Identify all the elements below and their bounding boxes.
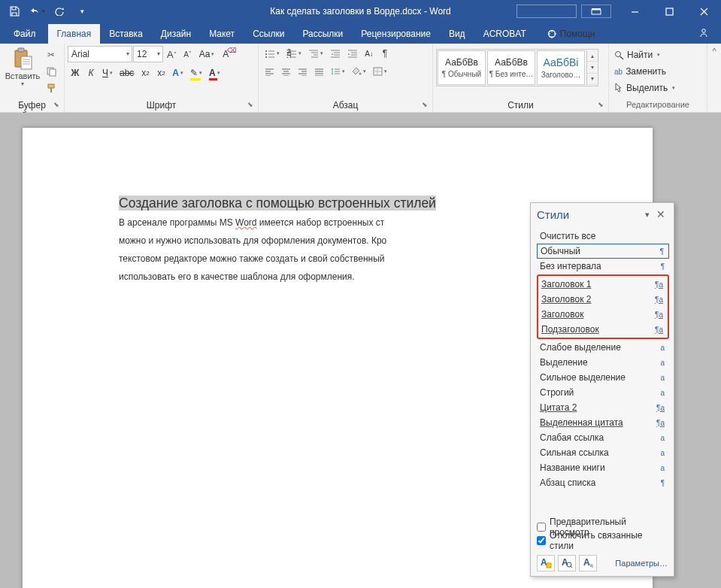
style-clear-all[interactable]: Очистить все	[537, 229, 669, 244]
style-intense-emphasis[interactable]: Сильное выделениеa	[537, 370, 669, 385]
dialog-launcher-icon[interactable]: ⬊	[53, 101, 59, 108]
find-button[interactable]: Найти▾	[612, 47, 677, 62]
grow-font-icon[interactable]: A˄	[164, 47, 180, 62]
tell-me[interactable]: Помощн	[538, 24, 604, 44]
style-tile-nospacing[interactable]: АаБбВв¶ Без инте…	[487, 50, 535, 85]
pane-options-icon[interactable]: ▾	[641, 210, 654, 220]
scroll-up-icon[interactable]: ▴	[587, 50, 597, 62]
select-button[interactable]: Выделить▾	[612, 80, 677, 95]
subscript-button[interactable]: x2	[138, 65, 153, 80]
tab-design[interactable]: Дизайн	[152, 24, 200, 44]
style-emphasis[interactable]: Выделениеa	[537, 355, 669, 370]
paste-button[interactable]: Вставить ▾	[3, 46, 42, 87]
superscript-button[interactable]: x2	[153, 65, 168, 80]
redo-icon[interactable]	[50, 2, 69, 21]
style-strong[interactable]: Строгийa	[537, 385, 669, 400]
cut-icon[interactable]: ✂	[44, 47, 59, 62]
highlight-button[interactable]: ✎▾	[187, 65, 205, 80]
tab-home[interactable]: Главная	[48, 24, 101, 44]
new-style-icon[interactable]: A	[537, 555, 555, 571]
tab-acrobat[interactable]: ACROBAT	[474, 24, 535, 44]
style-tile-normal[interactable]: АаБбВв¶ Обычный	[438, 50, 486, 85]
borders-button[interactable]: ▾	[370, 64, 390, 79]
copy-icon[interactable]	[44, 64, 59, 79]
font-name-combo[interactable]: Arial▾	[68, 46, 132, 62]
share-button[interactable]	[688, 24, 719, 44]
justify-icon[interactable]	[311, 64, 327, 79]
styles-gallery[interactable]: АаБбВв¶ Обычный АаБбВв¶ Без инте… АаБбВі…	[436, 49, 598, 86]
collapse-ribbon-icon[interactable]: ^	[707, 44, 721, 112]
tab-mailings[interactable]: Рассылки	[293, 24, 352, 44]
account-area[interactable]	[517, 5, 577, 18]
window-controls	[517, 0, 721, 23]
style-quote[interactable]: Цитата 2¶a	[537, 400, 669, 415]
selected-heading-text[interactable]: Создание заголовка с помощью встроенных …	[119, 195, 436, 211]
tab-insert[interactable]: Вставка	[100, 24, 152, 44]
text-effects-button[interactable]: A▾	[169, 65, 186, 80]
style-title[interactable]: Заголовок¶a	[538, 307, 668, 322]
styles-gallery-scroll[interactable]: ▴▾▾	[586, 50, 597, 85]
save-icon[interactable]	[5, 2, 24, 21]
manage-styles-icon[interactable]: A	[579, 555, 597, 571]
style-list-paragraph[interactable]: Абзац списка¶	[537, 475, 669, 490]
align-center-icon[interactable]	[278, 64, 294, 79]
format-painter-icon[interactable]	[44, 80, 59, 95]
font-color-button[interactable]: A▾	[206, 65, 223, 80]
line-spacing-button[interactable]: ▾	[328, 64, 348, 79]
shading-button[interactable]: ▾	[349, 64, 369, 79]
change-case-button[interactable]: Aa▾	[196, 47, 218, 62]
multilevel-list-button[interactable]: ▾	[305, 46, 326, 61]
expand-gallery-icon[interactable]: ▾	[587, 74, 597, 85]
tab-file[interactable]: Файл	[2, 24, 48, 44]
tab-references[interactable]: Ссылки	[244, 24, 293, 44]
svg-rect-68	[547, 563, 551, 568]
shrink-font-icon[interactable]: A˅	[180, 47, 195, 62]
tab-review[interactable]: Рецензирование	[352, 24, 440, 44]
underline-button[interactable]: Ч▾	[99, 65, 116, 80]
bullets-button[interactable]: ▾	[262, 46, 283, 61]
bold-button[interactable]: Ж	[68, 65, 83, 80]
minimize-icon[interactable]	[617, 0, 652, 23]
decrease-indent-icon[interactable]	[327, 46, 344, 61]
tab-view[interactable]: Вид	[440, 24, 474, 44]
increase-indent-icon[interactable]	[344, 46, 361, 61]
close-pane-icon[interactable]: ✕	[654, 208, 668, 220]
italic-button[interactable]: К	[83, 65, 98, 80]
close-icon[interactable]	[686, 0, 721, 23]
scroll-down-icon[interactable]: ▾	[587, 62, 597, 73]
paste-label: Вставить	[5, 71, 41, 80]
ribbon-options-icon[interactable]	[581, 5, 611, 18]
style-intense-reference[interactable]: Сильная ссылкаa	[537, 445, 669, 460]
style-subtitle[interactable]: Подзаголовок¶a	[538, 322, 668, 337]
style-tile-heading[interactable]: АаБбВіЗаголово…	[537, 50, 585, 85]
maximize-icon[interactable]	[652, 0, 686, 23]
qat-customize-icon[interactable]: ▾	[72, 2, 92, 21]
style-no-spacing[interactable]: Без интервала¶	[537, 259, 669, 274]
numbering-button[interactable]: 123▾	[283, 46, 304, 61]
style-book-title[interactable]: Название книгиa	[537, 460, 669, 475]
style-intense-quote[interactable]: Выделенная цитата¶a	[537, 415, 669, 430]
styles-pane: Стили ▾ ✕ Очистить все Обычный¶ Без инте…	[530, 202, 674, 577]
sort-icon[interactable]: A↓	[362, 46, 377, 61]
style-normal[interactable]: Обычный¶	[537, 244, 669, 259]
disable-linked-checkbox[interactable]: Отключить связанные стили	[537, 534, 668, 547]
tab-layout[interactable]: Макет	[200, 24, 244, 44]
align-right-icon[interactable]	[295, 64, 311, 79]
align-left-icon[interactable]	[262, 64, 277, 79]
show-marks-icon[interactable]: ¶	[377, 46, 392, 61]
strikethrough-button[interactable]: abc	[117, 65, 137, 80]
dialog-launcher-icon[interactable]: ⬊	[247, 101, 253, 108]
body-text[interactable]: В арсенале программы MS Word имеется наб…	[119, 213, 600, 285]
clear-formatting-icon[interactable]: A⌫	[218, 47, 233, 62]
style-subtle-emphasis[interactable]: Слабое выделениеa	[537, 340, 669, 355]
style-subtle-reference[interactable]: Слабая ссылкаa	[537, 430, 669, 445]
style-heading-2[interactable]: Заголовок 2¶a	[538, 292, 668, 307]
style-inspector-icon[interactable]: A	[558, 555, 576, 571]
font-size-combo[interactable]: 12▾	[133, 46, 163, 62]
dialog-launcher-icon[interactable]: ⬊	[598, 101, 604, 108]
style-heading-1[interactable]: Заголовок 1¶a	[538, 277, 668, 292]
styles-options-link[interactable]: Параметры…	[615, 559, 668, 568]
dialog-launcher-icon[interactable]: ⬊	[422, 101, 428, 108]
undo-icon[interactable]: ▾	[27, 2, 47, 21]
replace-button[interactable]: abЗаменить	[612, 64, 677, 79]
